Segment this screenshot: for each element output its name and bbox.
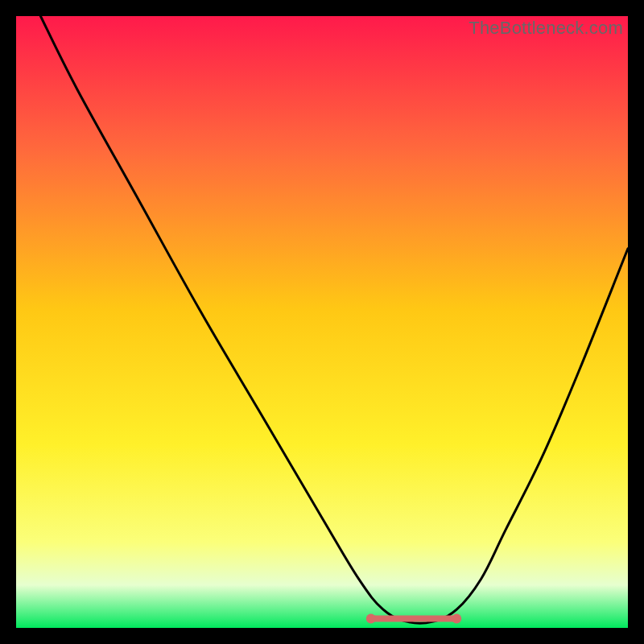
curve-layer — [16, 16, 628, 628]
optimal-end-marker — [452, 614, 461, 624]
watermark-text: TheBottleneck.com — [469, 18, 623, 39]
optimal-start-marker — [366, 614, 376, 624]
chart-frame: TheBottleneck.com — [16, 16, 628, 628]
bottleneck-curve — [40, 16, 628, 623]
